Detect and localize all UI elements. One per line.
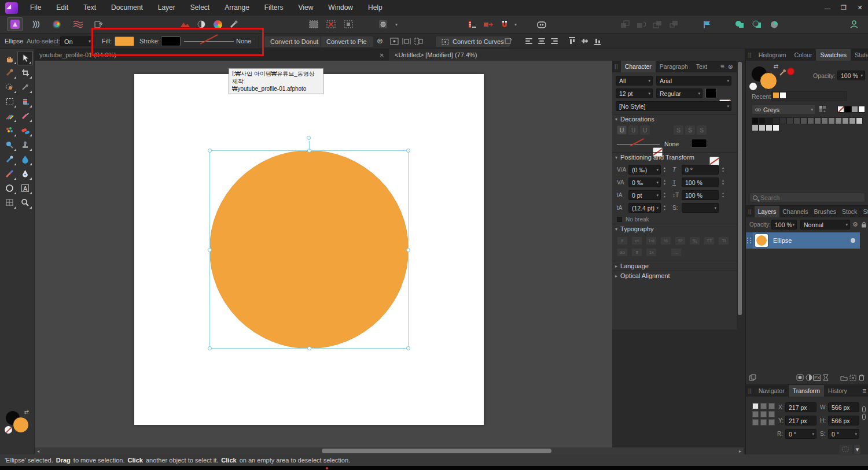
v-scale-stepper[interactable]: ▲▼ bbox=[722, 190, 724, 200]
leading-stepper[interactable]: ▲▼ bbox=[663, 203, 666, 213]
v-scale-field[interactable]: 100 % bbox=[682, 190, 719, 200]
layer-thumbnail[interactable] bbox=[755, 234, 768, 247]
handle-middle-right[interactable] bbox=[406, 248, 410, 252]
ruler-icon[interactable] bbox=[464, 17, 480, 31]
stroke-style-value[interactable]: None bbox=[236, 38, 251, 45]
superscript-button[interactable]: S¹ bbox=[675, 236, 686, 245]
tab-states[interactable]: States bbox=[851, 49, 868, 61]
font-size-dropdown[interactable]: 12 pt▾ bbox=[616, 88, 653, 98]
insert-behind-icon[interactable] bbox=[414, 38, 423, 46]
handle-bottom-left[interactable] bbox=[208, 346, 212, 350]
rotation-handle[interactable] bbox=[307, 136, 311, 140]
search-box[interactable] bbox=[749, 193, 865, 202]
menu-text[interactable]: Text bbox=[76, 0, 104, 16]
scroll-left-icon[interactable]: ◂ bbox=[35, 449, 42, 454]
selection-brush-tool[interactable] bbox=[2, 65, 17, 80]
layer-effects-icon[interactable]: FX bbox=[813, 375, 821, 381]
language-section-header[interactable]: ▸ Language bbox=[612, 261, 737, 271]
tab-character[interactable]: Character bbox=[621, 61, 656, 72]
baseline-field[interactable]: 0 pt▾ bbox=[628, 190, 661, 200]
swatch[interactable] bbox=[766, 117, 773, 124]
tab-layers[interactable]: Layers bbox=[755, 206, 780, 217]
underline-heavy-button[interactable]: U bbox=[640, 125, 650, 135]
horizontal-scrollbar-thumb[interactable] bbox=[322, 449, 551, 453]
special-dropdown[interactable]: ▾ bbox=[682, 203, 719, 213]
baseline-stepper[interactable]: ▲▼ bbox=[663, 190, 666, 200]
more-typography-button[interactable]: ... bbox=[671, 248, 682, 257]
align-top-icon[interactable] bbox=[568, 37, 576, 46]
align-right-icon[interactable] bbox=[551, 38, 558, 44]
typography-section-header[interactable]: ▾ Typography bbox=[612, 224, 737, 234]
decoration-color-swatch[interactable] bbox=[691, 139, 707, 148]
swatch[interactable] bbox=[752, 117, 759, 124]
swatch[interactable] bbox=[856, 117, 863, 124]
text-tool[interactable]: A bbox=[17, 181, 33, 195]
paint-brush-tool[interactable] bbox=[17, 109, 33, 123]
fill-color-swatch[interactable] bbox=[115, 36, 134, 46]
boolean-subtract-icon[interactable] bbox=[749, 17, 765, 31]
stroke-style-control[interactable] bbox=[184, 41, 234, 42]
liquify-persona-icon[interactable] bbox=[28, 17, 44, 31]
retouch-icon[interactable] bbox=[226, 17, 242, 31]
minimize-icon[interactable]: — bbox=[819, 0, 836, 16]
fractions-button[interactable]: ½ bbox=[660, 236, 671, 245]
swatch[interactable] bbox=[807, 117, 814, 124]
pencil-crayon-tool[interactable] bbox=[2, 109, 17, 123]
guides-flag-icon[interactable] bbox=[699, 17, 715, 31]
no-fill-icon[interactable] bbox=[749, 83, 757, 90]
tab-channels[interactable]: Channels bbox=[779, 206, 811, 217]
tab-history[interactable]: History bbox=[824, 385, 851, 397]
swatch[interactable] bbox=[835, 117, 842, 124]
positioning-section-header[interactable]: ▾ Positioning and Transform bbox=[612, 152, 737, 162]
blend-options-gear-icon[interactable]: ⚙ bbox=[852, 221, 858, 228]
auto-select-dropdown[interactable]: On▾ bbox=[60, 36, 94, 46]
swatch[interactable] bbox=[786, 117, 793, 124]
swatch[interactable] bbox=[800, 117, 807, 124]
add-swatch-grid-icon[interactable]: + bbox=[819, 105, 827, 114]
cycle-selection-box-icon[interactable] bbox=[390, 38, 399, 46]
flood-fill-tool[interactable] bbox=[17, 94, 33, 109]
tab-histogram[interactable]: Histogram bbox=[755, 49, 790, 61]
shear-stepper[interactable]: ▲▼ bbox=[722, 165, 724, 175]
picked-color-dot[interactable] bbox=[788, 68, 794, 75]
text-style-dropdown[interactable]: [No Style]▾ bbox=[616, 101, 731, 111]
tab-styles[interactable]: Styles bbox=[860, 206, 868, 217]
flood-select-tool[interactable] bbox=[17, 80, 33, 94]
color-wheel-icon[interactable] bbox=[209, 17, 226, 31]
panel-menu-icon[interactable]: ≡ bbox=[718, 62, 727, 71]
panel-menu-icon[interactable]: ≡ bbox=[860, 387, 868, 395]
swap-colors-icon[interactable]: ⇄ bbox=[24, 409, 29, 415]
swatch[interactable] bbox=[828, 117, 835, 124]
kerning-stepper[interactable]: ▲▼ bbox=[663, 165, 666, 175]
snapping-magnet-icon[interactable] bbox=[496, 17, 513, 31]
fill-color-circle[interactable] bbox=[760, 72, 777, 90]
handle-middle-left[interactable] bbox=[208, 248, 212, 252]
zoom-tool[interactable] bbox=[17, 195, 33, 210]
snapping-caret-icon[interactable]: ▾ bbox=[512, 17, 520, 31]
develop-persona-icon[interactable] bbox=[49, 17, 65, 31]
swatch[interactable] bbox=[858, 106, 865, 113]
swashes-button[interactable]: ff bbox=[631, 248, 642, 257]
marquee-select-tool[interactable] bbox=[2, 94, 17, 109]
pen-tool[interactable] bbox=[17, 166, 33, 181]
swatch[interactable] bbox=[837, 106, 844, 113]
no-fill-icon[interactable] bbox=[5, 426, 12, 434]
mesh-warp-tool[interactable] bbox=[2, 195, 17, 210]
link-dimensions-icon[interactable] bbox=[862, 406, 866, 422]
no-break-checkbox[interactable] bbox=[617, 217, 622, 222]
horizontal-scrollbar[interactable]: ◂ ▸ bbox=[35, 447, 744, 454]
palette-dropdown[interactable]: Greys ▾ bbox=[752, 105, 815, 114]
menu-edit[interactable]: Edit bbox=[49, 0, 76, 16]
menu-view[interactable]: View bbox=[291, 0, 321, 16]
subscript-button[interactable]: S₁ bbox=[689, 236, 700, 245]
h-scale-stepper[interactable]: ▲▼ bbox=[722, 177, 724, 187]
tracking-field[interactable]: 0 ‰▾ bbox=[628, 177, 661, 187]
selection-mode-icon[interactable] bbox=[306, 17, 322, 31]
decorations-section-header[interactable]: ▾ Decorations bbox=[612, 114, 737, 124]
ellipse-shape-tool[interactable] bbox=[2, 181, 17, 195]
transform-anchor-selector[interactable] bbox=[753, 404, 774, 425]
lock-icon[interactable] bbox=[861, 221, 867, 229]
panel-close-icon[interactable]: ⊗ bbox=[727, 63, 737, 71]
swatch[interactable] bbox=[842, 117, 849, 124]
adjustment-layer-icon[interactable] bbox=[804, 373, 813, 382]
